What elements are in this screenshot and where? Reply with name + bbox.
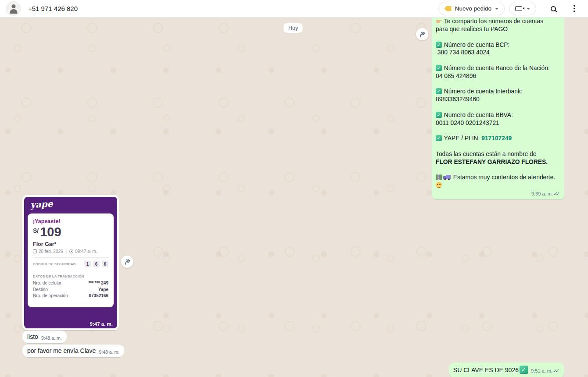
row-label: Nro. de celular [33, 280, 61, 287]
forward-arrow-icon [123, 258, 132, 266]
security-code-row: CÓDIGO DE SEGURIDAD 1 6 6 [33, 261, 108, 267]
transaction-rows: Nro. de celular *** *** 249 Destino Yape… [33, 280, 108, 299]
receipt-time: 09:47 a. m. [75, 249, 97, 254]
security-code-label: CÓDIGO DE SEGURIDAD [33, 262, 76, 266]
receipt-title: ¡Yapeaste! [33, 218, 108, 224]
read-receipt-icon: ✓✓ [553, 368, 560, 374]
message-line: Numero de cuenta BBVA: [436, 111, 560, 119]
new-order-label: Nuevo pedido [455, 5, 491, 12]
message-text-segment: Te comparto los numeros de cuentas [442, 18, 543, 25]
message-text: listo [27, 333, 38, 341]
message-time: 9:48 a. m. [41, 335, 62, 341]
video-camera-icon [515, 6, 522, 11]
transaction-row: Destino Yape [33, 287, 108, 293]
message-line [436, 80, 560, 88]
receipt-datetime: 28 feb. 2026 | 09:47 a. m. [33, 249, 108, 254]
forward-message-button[interactable] [416, 28, 428, 40]
message-text-segment: YAPE / PLIN: [442, 135, 481, 142]
message-text-segment: 04 085 424896 [436, 73, 476, 79]
currency-symbol: S/ [33, 227, 39, 234]
search-icon [551, 6, 556, 11]
message-text-segment: Todas las cuentas están a nombre de [436, 151, 536, 157]
road-emoji [436, 174, 442, 180]
receipt-date: 28 feb. 2026 [39, 249, 63, 254]
check-emoji [436, 65, 442, 71]
row-value: Yape [98, 287, 108, 293]
incoming-message-bubble: listo 9:48 a. m. [22, 331, 67, 343]
accounts-message-text: Te comparto los numeros de cuentaspara q… [436, 18, 560, 189]
smile-emoji [436, 182, 442, 188]
check-emoji [436, 42, 442, 48]
accounts-message-bubble: Te comparto los numeros de cuentaspara q… [432, 14, 564, 199]
message-time: 9:48 a. m. [99, 349, 119, 355]
message-line [436, 142, 560, 150]
transaction-row: Nro. de operación 07352166 [33, 293, 108, 299]
message-line [436, 33, 560, 41]
receipt-image-message[interactable]: yape ¡Yapeaste! S/ 109 Flor Gar* 28 feb.… [22, 195, 119, 330]
message-line: Estamos muy contentos de atenderte. [436, 174, 560, 189]
message-text-segment: FLOR ESTEFANY GARRIAZO FLORES. [436, 159, 548, 165]
forward-arrow-icon [418, 30, 427, 39]
truck-emoji [443, 174, 451, 180]
search-button[interactable] [546, 1, 561, 16]
forward-message-button[interactable] [121, 256, 133, 268]
message-line: YAPE / PLIN: 917107249 [436, 135, 560, 142]
kebab-menu-icon [574, 5, 575, 12]
message-line: 0011 0240 0201243721 [436, 119, 560, 127]
date-divider: Hoy [283, 23, 303, 33]
message-line: Número de cuenta Banco de la Nación: [436, 64, 560, 72]
chat-header: +51 971 426 820 Nuevo pedido [0, 0, 588, 18]
check-mark-emoji [520, 366, 528, 374]
message-line [436, 166, 560, 174]
security-code-digits: 1 6 6 [84, 261, 108, 267]
message-text-segment: 0011 0240 0201243721 [436, 120, 499, 126]
receipt-card: ¡Yapeaste! S/ 109 Flor Gar* 28 feb. 2026… [28, 213, 114, 307]
transaction-row: Nro. de celular *** *** 249 [33, 280, 108, 287]
header-actions: Nuevo pedido [438, 1, 582, 16]
message-text: SU CLAVE ES DE 9026 [453, 366, 519, 374]
message-text-segment: 380 734 8063 4024 [436, 49, 490, 56]
yape-logo: yape [30, 199, 53, 210]
message-line: para que realices tu PAGO [436, 25, 560, 33]
video-call-button[interactable] [509, 2, 536, 15]
security-digit: 6 [102, 261, 108, 267]
label-tag-icon [445, 6, 452, 11]
message-text-segment: Número de cuenta Banco de la Nación: [442, 65, 550, 71]
row-label: Nro. de operación [33, 293, 68, 299]
row-value: *** *** 249 [88, 280, 108, 287]
point-emoji [436, 18, 442, 25]
divider [33, 271, 108, 271]
message-line: 04 085 424896 [436, 72, 560, 80]
row-value: 07352166 [89, 293, 109, 299]
message-line: Número de cuenta Interbank: [436, 88, 560, 96]
message-line: Todas las cuentas están a nombre de [436, 150, 560, 158]
message-line: 8983363249460 [436, 96, 560, 103]
contact-phone-number[interactable]: +51 971 426 820 [28, 5, 78, 12]
message-line [436, 57, 560, 64]
chevron-down-icon [495, 8, 498, 10]
check-emoji [436, 112, 442, 118]
outgoing-message-bubble: SU CLAVE ES DE 9026 9:51 a. m. ✓✓ [449, 363, 564, 377]
message-line: FLOR ESTEFANY GARRIAZO FLORES. [436, 158, 560, 166]
clock-icon [69, 249, 73, 253]
check-emoji [436, 135, 442, 141]
phone-link[interactable]: 917107249 [481, 135, 512, 142]
message-time: 9:47 a. m. [90, 321, 113, 327]
chevron-down-icon [527, 8, 530, 10]
message-line [436, 103, 560, 111]
message-line [436, 127, 560, 135]
amount-value: 109 [40, 225, 61, 238]
message-text-segment: Número de cuenta BCP: [442, 42, 509, 48]
message-text: por favor me envía Clave [27, 347, 96, 355]
row-label: Destino [33, 287, 48, 293]
read-receipt-icon: ✓✓ [553, 191, 560, 197]
message-text-segment: para que realices tu PAGO [436, 26, 508, 32]
recipient-name: Flor Gar* [33, 241, 108, 247]
menu-button[interactable] [567, 1, 582, 16]
message-text-segment: 8983363249460 [436, 96, 480, 103]
contact-avatar[interactable] [6, 1, 21, 16]
message-line: Te comparto los numeros de cuentas [436, 18, 560, 25]
new-order-label-button[interactable]: Nuevo pedido [438, 2, 505, 15]
chat-window: +51 971 426 820 Nuevo pedido Hoy [0, 0, 588, 377]
message-text-segment: Numero de cuenta BBVA: [442, 112, 513, 118]
